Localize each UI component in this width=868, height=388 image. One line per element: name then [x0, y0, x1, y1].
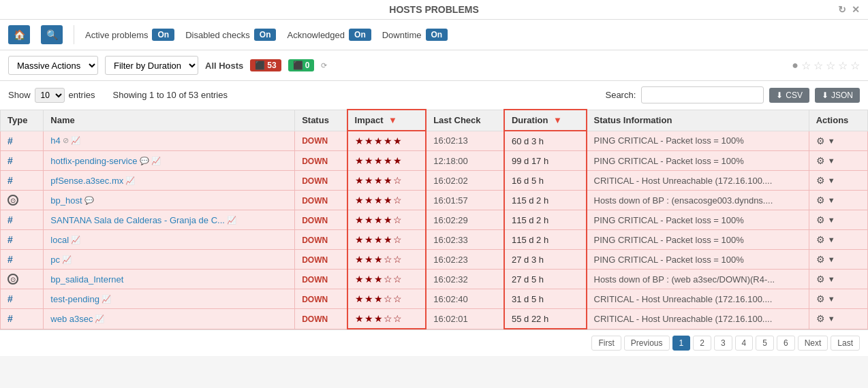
host-link[interactable]: web a3sec — [50, 314, 93, 324]
action-dropdown-arrow[interactable]: ▼ — [828, 137, 835, 145]
action-dropdown-arrow[interactable]: ▼ — [828, 176, 835, 184]
host-link[interactable]: local — [50, 235, 69, 245]
star-5[interactable]: ☆ — [850, 59, 860, 72]
impact-stars: ★★★★☆ — [355, 195, 403, 206]
table-row: # h4 ⊘📈 DOWN ★★★★★ 16:02:13 60 d 3 h PIN… — [1, 131, 868, 151]
action-dropdown-arrow[interactable]: ▼ — [828, 236, 835, 244]
home-button[interactable]: 🏠 — [8, 25, 30, 44]
host-link[interactable]: test-pending — [50, 294, 99, 304]
toolbar: 🏠 🔍 Active problems On Disabled checks O… — [0, 20, 868, 50]
col-duration[interactable]: Duration ▼ — [504, 110, 587, 131]
csv-button[interactable]: ⬇ CSV — [769, 88, 809, 103]
status-badge: DOWN — [302, 236, 328, 245]
action-gear-button[interactable]: ⚙ — [816, 293, 825, 304]
cell-status: DOWN — [295, 250, 347, 270]
search-area: Search: ⬇ CSV ⬇ JSON — [605, 86, 860, 103]
pagination-first[interactable]: First — [591, 336, 621, 351]
cell-name: SANTANA Sala de Calderas - Granja de C..… — [44, 210, 295, 230]
star-3[interactable]: ☆ — [826, 59, 835, 72]
refresh-icon[interactable]: ↻ — [838, 4, 846, 15]
action-gear-button[interactable]: ⚙ — [816, 254, 825, 265]
acknowledged-toggle[interactable]: On — [349, 29, 371, 41]
cell-impact: ★★★★☆ — [347, 191, 427, 210]
action-dropdown-arrow[interactable]: ▼ — [828, 314, 835, 323]
action-gear-button[interactable]: ⚙ — [816, 214, 825, 225]
action-gear-button[interactable]: ⚙ — [816, 175, 825, 186]
cell-type: # — [1, 289, 44, 309]
entries-select[interactable]: 10 25 50 — [35, 88, 65, 103]
host-link[interactable]: pfSense.a3sec.mx — [50, 176, 123, 186]
close-icon[interactable]: ✕ — [852, 4, 860, 15]
host-link[interactable]: pc — [50, 255, 60, 265]
active-problems-toggle[interactable]: On — [152, 29, 174, 41]
table-row: ⊙ bp_host 💬 DOWN ★★★★☆ 16:01:57 115 d 2 … — [1, 191, 868, 210]
page-title: HOSTS PROBLEMS — [389, 4, 478, 15]
cell-status-info: PING CRITICAL - Packet loss = 100% — [587, 250, 809, 270]
cell-type: ⊙ — [1, 270, 44, 289]
search-input[interactable] — [641, 86, 764, 103]
pagination-page-2[interactable]: 2 — [693, 336, 711, 351]
json-button[interactable]: ⬇ JSON — [815, 88, 860, 103]
host-link[interactable]: h4 — [50, 135, 60, 146]
massive-actions-select[interactable]: Massive Actions — [8, 56, 98, 75]
badge-red[interactable]: ⬛ 53 — [250, 59, 281, 71]
acknowledged-label: Acknowledged — [287, 30, 345, 40]
stars-filter[interactable]: ● ☆ ☆ ☆ ☆ ☆ — [792, 59, 860, 72]
badge-green[interactable]: ⬛ 0 — [288, 59, 315, 71]
active-problems-group: Active problems On — [85, 29, 174, 41]
disabled-checks-toggle[interactable]: On — [254, 29, 277, 41]
action-gear-button[interactable]: ⚙ — [816, 274, 825, 285]
action-gear-button[interactable]: ⚙ — [816, 234, 825, 245]
star-4[interactable]: ☆ — [838, 59, 848, 72]
col-impact[interactable]: Impact ▼ — [347, 110, 427, 131]
cell-actions: ⚙ ▼ — [809, 289, 867, 309]
chart-icon: 📈 — [125, 176, 135, 185]
show-entries: Show 10 25 50 entries Showing 1 to 10 of… — [8, 88, 228, 103]
cell-status: DOWN — [295, 309, 347, 329]
host-link[interactable]: SANTANA Sala de Calderas - Granja de C..… — [50, 215, 225, 225]
search-button[interactable]: 🔍 — [41, 25, 63, 44]
row-icons: bp_host 💬 — [50, 195, 93, 206]
action-gear-button[interactable]: ⚙ — [816, 195, 825, 206]
cell-name: local 📈 — [44, 230, 295, 250]
no-icon: ⊘ — [63, 136, 69, 145]
type-icon-hash: # — [7, 135, 13, 146]
host-link[interactable]: bp_salida_Internet — [50, 274, 123, 285]
action-gear-button[interactable]: ⚙ — [816, 313, 825, 324]
row-icons: test-pending 📈 — [50, 294, 111, 304]
action-gear-button[interactable]: ⚙ — [816, 135, 825, 146]
badge-green-icon: ⬛ — [293, 61, 303, 70]
action-dropdown-arrow[interactable]: ▼ — [828, 255, 835, 263]
host-link[interactable]: bp_host — [50, 195, 82, 206]
action-dropdown-arrow[interactable]: ▼ — [828, 196, 835, 204]
chart-icon: 📈 — [62, 255, 72, 264]
pagination-previous[interactable]: Previous — [624, 336, 670, 351]
cell-name: bp_salida_Internet — [44, 270, 295, 289]
pagination-next[interactable]: Next — [798, 336, 828, 351]
cell-status-info: PING CRITICAL - Packet loss = 100% — [587, 131, 809, 151]
pagination-page-1[interactable]: 1 — [672, 336, 691, 351]
downtime-toggle[interactable]: On — [426, 29, 448, 41]
pagination-page-4[interactable]: 4 — [735, 336, 754, 351]
cell-last-check: 16:02:33 — [426, 230, 504, 250]
action-dropdown-arrow[interactable]: ▼ — [828, 275, 835, 283]
impact-stars: ★★★☆☆ — [355, 313, 403, 324]
host-link[interactable]: hotfix-pending-service — [50, 156, 137, 166]
action-dropdown-arrow[interactable]: ▼ — [828, 216, 835, 224]
action-gear-button[interactable]: ⚙ — [816, 155, 825, 166]
pagination-page-6[interactable]: 6 — [777, 336, 795, 351]
pagination-page-3[interactable]: 3 — [714, 336, 732, 351]
cell-type: # — [1, 250, 44, 270]
download-icon: ⬇ — [776, 91, 783, 100]
action-dropdown-arrow[interactable]: ▼ — [828, 295, 835, 303]
filter-by-duration-select[interactable]: Filter by Duration — [105, 56, 198, 75]
cell-duration: 27 d 3 h — [504, 250, 587, 270]
star-2[interactable]: ☆ — [813, 59, 823, 72]
title-bar: HOSTS PROBLEMS ↻ ✕ — [0, 0, 868, 20]
pagination-page-5[interactable]: 5 — [756, 336, 774, 351]
action-dropdown-arrow[interactable]: ▼ — [828, 157, 835, 165]
col-actions: Actions — [809, 110, 867, 131]
all-hosts-label: All Hosts — [205, 61, 243, 71]
star-1[interactable]: ☆ — [801, 59, 811, 72]
pagination-last[interactable]: Last — [831, 336, 860, 351]
